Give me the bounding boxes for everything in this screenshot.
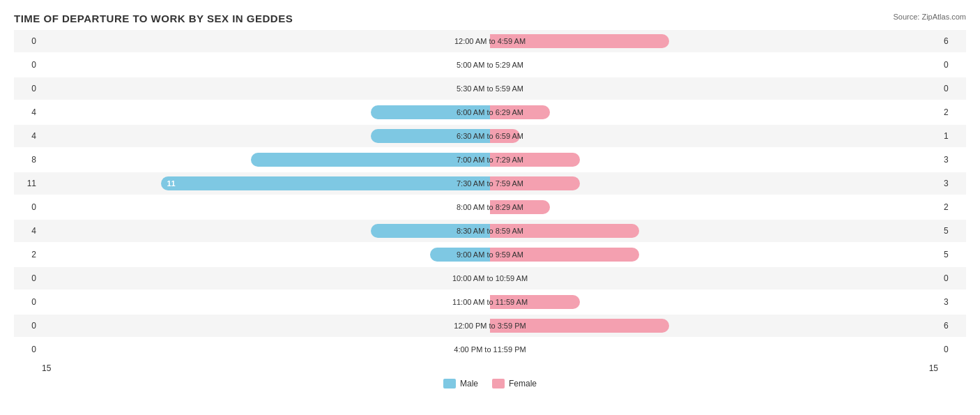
bars-area: 4:00 PM to 11:59 PM <box>42 338 938 361</box>
male-value: 4 <box>14 226 42 236</box>
male-value: 4 <box>14 107 42 117</box>
table-row: 46:30 AM to 6:59 AM1 <box>14 125 966 147</box>
female-value: 0 <box>938 345 966 354</box>
male-bar <box>371 129 490 143</box>
table-row: 117:30 AM to 7:59 AM113 <box>14 172 966 195</box>
source-label: Source: ZipAtlas.com <box>893 13 966 21</box>
bars-area: 7:30 AM to 7:59 AM11 <box>42 172 938 195</box>
female-value: 6 <box>938 321 966 331</box>
female-bar <box>490 319 669 333</box>
axis-right: 15 <box>929 363 938 373</box>
male-value: 0 <box>14 202 42 212</box>
table-row: 08:00 AM to 8:29 AM2 <box>14 196 966 218</box>
female-value: 6 <box>938 36 966 46</box>
bars-area: 5:30 AM to 5:59 AM <box>42 77 938 100</box>
female-bar <box>490 200 550 214</box>
table-row: 87:00 AM to 7:29 AM3 <box>14 149 966 171</box>
time-label: 5:00 AM to 5:29 AM <box>457 61 523 69</box>
male-value: 0 <box>14 321 42 331</box>
female-value: 0 <box>938 84 966 93</box>
female-bar <box>490 105 550 119</box>
female-value: 2 <box>938 107 966 117</box>
male-value: 0 <box>14 273 42 283</box>
table-row: 012:00 PM to 3:59 PM6 <box>14 315 966 337</box>
legend: Male Female <box>14 379 966 388</box>
female-value: 3 <box>938 179 966 188</box>
male-value: 0 <box>14 345 42 354</box>
female-bar <box>490 248 639 262</box>
axis-left: 15 <box>42 363 51 373</box>
male-value: 0 <box>14 36 42 46</box>
table-row: 010:00 AM to 10:59 AM0 <box>14 267 966 289</box>
table-row: 46:00 AM to 6:29 AM2 <box>14 101 966 123</box>
bars-area: 8:30 AM to 8:59 AM <box>42 220 938 242</box>
female-bar <box>490 224 639 238</box>
legend-male: Male <box>443 379 478 388</box>
female-value: 5 <box>938 226 966 236</box>
male-bar <box>251 153 490 167</box>
male-bar <box>371 105 490 119</box>
legend-female: Female <box>492 379 537 388</box>
female-value: 2 <box>938 202 966 212</box>
table-row: 05:30 AM to 5:59 AM0 <box>14 77 966 100</box>
male-bar <box>371 224 490 238</box>
female-bar <box>490 176 580 190</box>
table-row: 48:30 AM to 8:59 AM5 <box>14 220 966 242</box>
axis-labels: 15 15 <box>14 363 966 373</box>
male-value: 4 <box>14 131 42 141</box>
male-bar <box>430 248 490 262</box>
bars-area: 8:00 AM to 8:29 AM <box>42 196 938 218</box>
bars-area: 12:00 PM to 3:59 PM <box>42 315 938 337</box>
bars-area: 11:00 AM to 11:59 AM <box>42 291 938 313</box>
male-value: 0 <box>14 84 42 93</box>
female-value: 1 <box>938 131 966 141</box>
female-value: 5 <box>938 250 966 259</box>
female-value: 0 <box>938 60 966 70</box>
table-row: 011:00 AM to 11:59 AM3 <box>14 291 966 313</box>
chart-area: 012:00 AM to 4:59 AM605:00 AM to 5:29 AM… <box>14 30 966 361</box>
male-value: 0 <box>14 60 42 70</box>
legend-female-box <box>492 379 505 388</box>
bars-area: 9:00 AM to 9:59 AM <box>42 243 938 266</box>
table-row: 29:00 AM to 9:59 AM5 <box>14 243 966 266</box>
table-row: 04:00 PM to 11:59 PM0 <box>14 338 966 361</box>
legend-female-label: Female <box>509 379 537 388</box>
time-label: 10:00 AM to 10:59 AM <box>452 274 528 282</box>
legend-male-label: Male <box>460 379 478 388</box>
female-bar <box>490 34 669 48</box>
male-value: 2 <box>14 250 42 259</box>
table-row: 012:00 AM to 4:59 AM6 <box>14 30 966 52</box>
bars-area: 12:00 AM to 4:59 AM <box>42 30 938 52</box>
female-bar <box>490 129 520 143</box>
female-value: 3 <box>938 155 966 165</box>
male-value: 11 <box>14 179 42 188</box>
bars-area: 10:00 AM to 10:59 AM <box>42 267 938 289</box>
female-bar <box>490 295 580 309</box>
table-row: 05:00 AM to 5:29 AM0 <box>14 54 966 76</box>
chart-title: TIME OF DEPARTURE TO WORK BY SEX IN GEDD… <box>14 13 966 24</box>
legend-male-box <box>443 379 456 388</box>
bars-area: 6:30 AM to 6:59 AM <box>42 125 938 147</box>
bars-area: 6:00 AM to 6:29 AM <box>42 101 938 123</box>
bars-area: 5:00 AM to 5:29 AM <box>42 54 938 76</box>
male-value: 8 <box>14 155 42 165</box>
time-label: 5:30 AM to 5:59 AM <box>457 84 523 93</box>
bars-area: 7:00 AM to 7:29 AM <box>42 149 938 171</box>
chart-container: TIME OF DEPARTURE TO WORK BY SEX IN GEDD… <box>0 0 980 415</box>
time-label: 4:00 PM to 11:59 PM <box>454 345 526 354</box>
female-bar <box>490 153 580 167</box>
female-value: 0 <box>938 273 966 283</box>
male-bar: 11 <box>161 176 490 190</box>
female-value: 3 <box>938 297 966 307</box>
male-value: 0 <box>14 297 42 307</box>
